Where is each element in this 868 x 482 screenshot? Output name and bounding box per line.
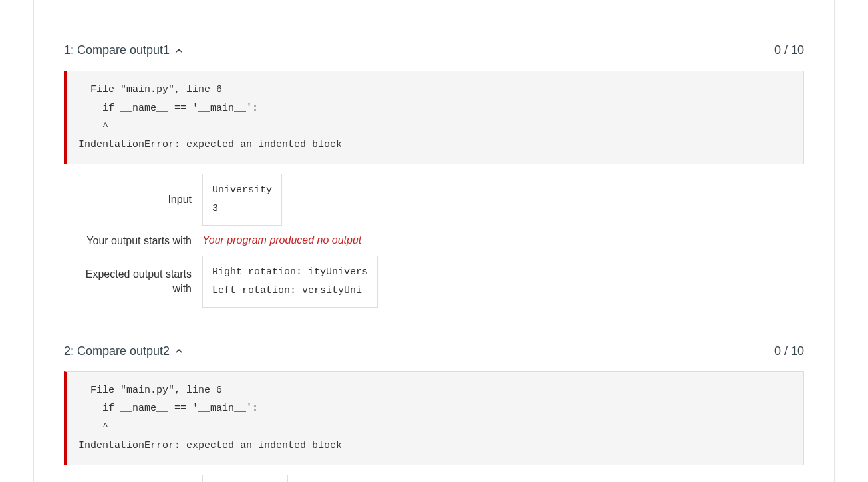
io-row-expected: Expected output starts with Right rotati… [64,256,804,308]
io-value: Right rotation: ityUnivers Left rotation… [202,256,378,308]
test-score: 0 / 10 [774,43,804,57]
io-value: University 3 [202,174,282,226]
io-label: Your output starts with [64,234,202,248]
error-output: File "main.py", line 6 if __name__ == '_… [64,71,804,164]
io-value: Minneapolis 4 [202,475,288,482]
test-title: 2: Compare output2 [64,344,170,358]
test-title: 1: Compare output1 [64,43,170,57]
error-output: File "main.py", line 6 if __name__ == '_… [64,371,804,465]
divider [64,328,804,328]
test-block: 1: Compare output1 0 / 10 File "main.py"… [64,43,804,308]
test-score: 0 / 10 [774,344,804,358]
test-header-toggle[interactable]: 2: Compare output2 0 / 10 [64,344,804,358]
chevron-up-icon [174,45,184,56]
io-row-input: Input University 3 [64,174,804,226]
io-row-your-output: Your output starts with Your program pro… [64,234,804,248]
no-output-message: Your program produced no output [202,234,361,246]
test-block: 2: Compare output2 0 / 10 File "main.py"… [64,344,804,482]
test-header-toggle[interactable]: 1: Compare output1 0 / 10 [64,43,804,57]
chevron-up-icon [174,346,184,356]
io-label: Input [64,192,202,207]
io-label: Expected output starts with [64,267,202,296]
divider [64,27,804,27]
io-row-input: Input Minneapolis 4 [64,475,804,482]
